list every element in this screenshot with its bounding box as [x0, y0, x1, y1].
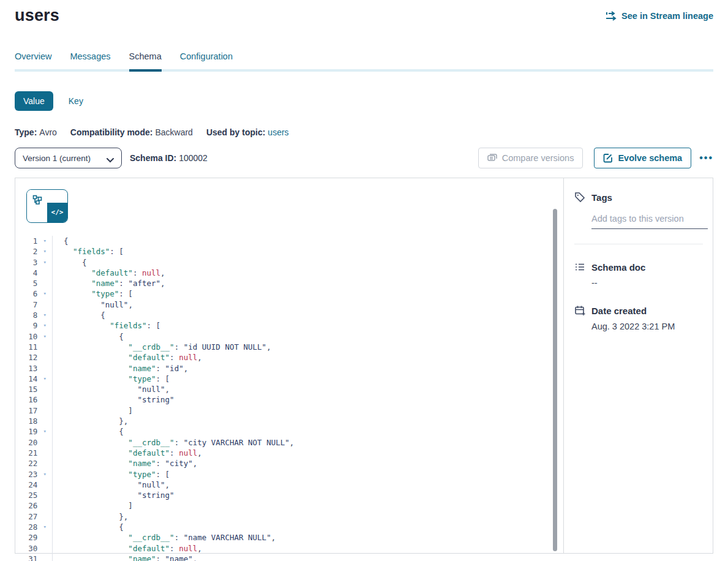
gutter: 31 [15, 554, 53, 561]
compare-versions-label: Compare versions [502, 153, 574, 163]
fold-toggle-icon[interactable]: ▾ [37, 469, 52, 480]
schema-id-field: Schema ID: 100002 [130, 153, 208, 163]
line-number: 29 [15, 532, 37, 543]
line-number: 24 [15, 480, 37, 490]
date-created-value: Aug. 3 2022 3:21 PM [591, 322, 703, 331]
gutter: 5 [15, 278, 53, 288]
date-created-section: Date created Aug. 3 2022 3:21 PM [574, 305, 703, 331]
code-line: 4 "default": null, [15, 268, 563, 278]
gutter: 28▾ [15, 522, 53, 532]
gutter: 11 [15, 342, 53, 352]
used-by-topic-label: Used by topic: [206, 127, 265, 137]
line-number: 25 [15, 490, 37, 500]
line-number: 23 [15, 469, 37, 480]
date-created-heading-row: Date created [574, 305, 703, 316]
compatibility-value: Backward [155, 127, 192, 137]
key-button[interactable]: Key [69, 96, 83, 106]
code-line: 8▾ { [15, 310, 563, 320]
fold-toggle-icon[interactable]: ▾ [37, 522, 52, 532]
gutter: 3▾ [15, 257, 53, 268]
code-text: "null", [53, 384, 170, 394]
code-lines[interactable]: 1▾{2▾ "fields": [3▾ {4 "default": null,5… [15, 236, 563, 561]
compare-versions-button[interactable]: Compare versions [478, 148, 584, 168]
evolve-schema-button[interactable]: Evolve schema [594, 148, 691, 168]
gutter: 17 [15, 405, 53, 416]
fold-toggle-icon[interactable]: ▾ [37, 246, 52, 257]
more-options-button[interactable]: ••• [699, 152, 713, 164]
gutter: 2▾ [15, 246, 53, 257]
tab-configuration[interactable]: Configuration [180, 51, 233, 72]
code-text: "string" [53, 394, 174, 405]
fold-toggle-icon[interactable]: ▾ [37, 426, 52, 437]
value-button[interactable]: Value [15, 91, 53, 111]
fold-spacer [37, 490, 52, 500]
fold-toggle-icon[interactable]: ▾ [37, 236, 52, 246]
code-line: 18 }, [15, 416, 563, 426]
fold-spacer [37, 352, 52, 363]
code-line: 1▾{ [15, 236, 563, 246]
code-line: 30 "default": null, [15, 543, 563, 554]
code-line: 28▾ { [15, 522, 563, 532]
code-line: 11 "__crdb__": "id UUID NOT NULL", [15, 342, 563, 352]
compatibility-label: Compatibility mode: [70, 127, 153, 137]
code-line: 6▾ "type": [ [15, 288, 563, 299]
see-in-stream-lineage-link[interactable]: See in Stream lineage [606, 11, 713, 21]
code-text: "name": "city", [53, 458, 197, 469]
schema-meta-row: Type:Avro Compatibility mode:Backward Us… [15, 127, 713, 137]
fold-toggle-icon[interactable]: ▾ [37, 257, 52, 268]
version-select[interactable]: Version 1 (current) [15, 148, 122, 168]
add-tags-input[interactable] [591, 213, 708, 229]
code-text: }, [53, 416, 128, 426]
fold-toggle-icon[interactable]: ▾ [37, 320, 52, 331]
schema-doc-list-icon [574, 262, 585, 273]
fold-toggle-icon[interactable]: ▾ [37, 374, 52, 384]
code-line: 10▾ { [15, 331, 563, 342]
line-number: 27 [15, 511, 37, 522]
gutter: 25 [15, 490, 53, 500]
line-number: 12 [15, 352, 37, 363]
code-pane: </> 1▾{2▾ "fields": [3▾ {4 "default": nu… [15, 178, 563, 553]
schema-id-label: Schema ID: [130, 153, 176, 163]
topic-link[interactable]: users [268, 127, 288, 137]
gutter: 12 [15, 352, 53, 363]
line-number: 16 [15, 394, 37, 405]
gutter: 24 [15, 480, 53, 490]
line-number: 3 [15, 257, 37, 268]
gutter: 21 [15, 448, 53, 458]
type-value: Avro [39, 127, 57, 137]
tab-schema[interactable]: Schema [129, 51, 162, 72]
tab-overview[interactable]: Overview [15, 51, 51, 72]
version-select-value: Version 1 (current) [23, 154, 91, 163]
code-line: 14▾ "type": [ [15, 374, 563, 384]
code-text: "name": "after", [53, 278, 165, 288]
tab-messages[interactable]: Messages [70, 51, 110, 72]
fold-toggle-icon[interactable]: ▾ [37, 310, 52, 320]
code-line: 31 "name": "name", [15, 554, 563, 561]
vertical-scrollbar[interactable] [553, 209, 557, 551]
code-text: { [53, 310, 105, 320]
fold-toggle-icon[interactable]: ▾ [37, 331, 52, 342]
tree-view-button[interactable] [27, 190, 47, 209]
code-view-button[interactable]: </> [47, 203, 67, 222]
fold-toggle-icon[interactable]: ▾ [37, 288, 52, 299]
schema-doc-heading: Schema doc [591, 262, 645, 273]
gutter: 27 [15, 511, 53, 522]
code-line: 12 "default": null, [15, 352, 563, 363]
sidebar-divider [574, 244, 703, 244]
code-line: 21 "default": null, [15, 448, 563, 458]
code-line: 22 "name": "city", [15, 458, 563, 469]
schema-doc-value: -- [591, 278, 703, 288]
gutter: 6▾ [15, 288, 53, 299]
code-line: 16 "string" [15, 394, 563, 405]
tree-view-icon [32, 195, 42, 205]
line-number: 19 [15, 426, 37, 437]
code-text: "default": null, [53, 543, 202, 554]
fold-spacer [37, 342, 52, 352]
line-number: 9 [15, 320, 37, 331]
code-text: "__crdb__": "name VARCHAR NULL", [53, 532, 276, 543]
type-field: Type:Avro [15, 127, 57, 137]
stream-lineage-icon [606, 11, 617, 21]
schema-actions: Compare versions Evolve schema ••• [478, 148, 713, 168]
schema-kind-switch: Value Key [15, 91, 713, 111]
see-in-stream-lineage-label: See in Stream lineage [621, 11, 713, 21]
